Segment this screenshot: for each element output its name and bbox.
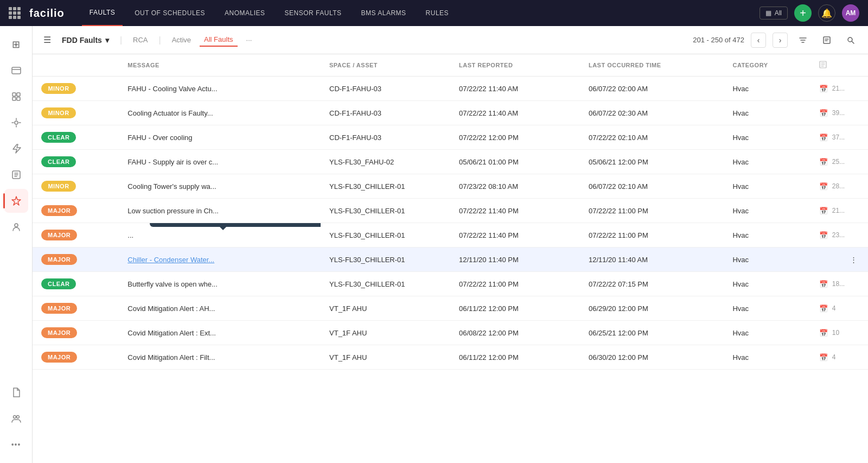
sidebar: ⊞ •••	[0, 26, 33, 463]
space-cell: VT_1F AHU	[321, 321, 450, 345]
severity-badge[interactable]: MINOR	[41, 107, 76, 118]
sidebar-team[interactable]	[4, 407, 28, 430]
severity-badge[interactable]: MAJOR	[41, 254, 77, 265]
message-cell: Chiller - Condenser Water Entering Tempe…	[119, 223, 321, 248]
category-cell: Hvac	[724, 125, 810, 150]
severity-badge[interactable]: CLEAR	[41, 156, 76, 167]
row-count: 28...	[832, 182, 845, 190]
severity-badge[interactable]: MAJOR	[41, 205, 77, 216]
last-reported-cell: 07/22/22 12:00 PM	[450, 125, 580, 150]
table-row: MAJORCovid Mitigation Alert : Filt...VT_…	[33, 345, 868, 370]
sidebar-energy[interactable]	[4, 137, 28, 161]
table-row: MAJORChiller - Condenser Water Entering …	[33, 223, 868, 248]
tab-active[interactable]: Active	[168, 34, 195, 46]
calendar-icon: 📅	[819, 231, 828, 239]
all-button[interactable]: ▦ All	[760, 7, 788, 20]
row-count: 25...	[832, 158, 845, 166]
space-cell: VT_1F AHU	[321, 345, 450, 370]
svg-rect-4	[17, 97, 20, 100]
all-label: All	[775, 9, 782, 17]
layout: ⊞ •••	[0, 26, 868, 463]
hamburger-icon[interactable]: ☰	[41, 33, 53, 47]
logo: facilio	[29, 7, 65, 20]
tooltip-container: Chiller - Condenser Water Entering Tempe…	[127, 231, 312, 239]
fdd-dropdown[interactable]: FDD Faults ▾	[58, 34, 113, 47]
svg-point-7	[15, 224, 18, 227]
severity-badge[interactable]: MAJOR	[41, 230, 77, 240]
sidebar-inbox[interactable]	[4, 59, 28, 83]
svg-rect-1	[12, 93, 16, 96]
nav-sensor-faults[interactable]: SENSOR FAULTS	[277, 0, 349, 26]
category-cell: Hvac	[724, 223, 810, 248]
col-header-occurred[interactable]: LAST OCCURRED TIME	[580, 54, 724, 77]
table-container: MESSAGE SPACE / ASSET LAST REPORTED LAST…	[33, 54, 868, 463]
pagination-prev[interactable]: ‹	[751, 33, 766, 48]
col-header-category[interactable]: CATEGORY	[724, 54, 810, 77]
message-cell: FAHU - Cooling Valve Actu...	[119, 77, 321, 101]
export-icon[interactable]	[818, 31, 835, 49]
category-cell: Hvac	[724, 248, 810, 272]
row-count: 37...	[832, 134, 845, 141]
fdd-dropdown-label: FDD Faults	[62, 36, 102, 45]
severity-badge[interactable]: MAJOR	[41, 327, 77, 338]
extra-cell: 📅28...	[810, 174, 868, 199]
chevron-down-icon: ▾	[105, 36, 109, 45]
space-cell: CD-F1-FAHU-03	[321, 77, 450, 101]
sidebar-faults[interactable]	[4, 189, 28, 213]
table-row: MAJORLow suction pressure in Ch...YLS-FL…	[33, 199, 868, 223]
last-reported-cell: 07/22/22 11:40 AM	[450, 101, 580, 125]
nav-bms-alarms[interactable]: BMS ALARMS	[354, 0, 414, 26]
sidebar-maintenance[interactable]	[4, 111, 28, 135]
col-header-reported[interactable]: LAST REPORTED	[450, 54, 580, 77]
nav-rules[interactable]: RULES	[418, 0, 457, 26]
nav-anomalies[interactable]: ANOMALIES	[217, 0, 273, 26]
nav-out-of-schedules[interactable]: OUT OF SCHEDULES	[127, 0, 213, 26]
message-text: ...	[127, 231, 133, 239]
message-cell: Chiller - Condenser Water...	[119, 248, 321, 272]
space-cell: YLS-FL30_FAHU-02	[321, 150, 450, 174]
tab-separator: |	[120, 35, 122, 45]
tab-rca[interactable]: RCA	[129, 34, 152, 46]
row-count: 23...	[832, 231, 845, 239]
grid-icon[interactable]	[9, 7, 21, 19]
table-row: MAJORCovid Mitigation Alert : Ext...VT_1…	[33, 321, 868, 345]
severity-badge[interactable]: CLEAR	[41, 278, 76, 289]
sidebar-reports[interactable]	[4, 163, 28, 187]
row-action: 📅37...	[819, 134, 859, 142]
search-icon[interactable]	[842, 31, 859, 49]
extra-cell: 📅21...	[810, 77, 868, 101]
row-action: 📅4	[819, 353, 859, 361]
severity-badge[interactable]: MINOR	[41, 83, 76, 94]
calendar-icon: 📅	[819, 353, 828, 361]
tab-more[interactable]: ···	[242, 34, 257, 46]
category-cell: Hvac	[724, 345, 810, 370]
sub-header: ☰ FDD Faults ▾ | RCA | Active All Faults…	[33, 26, 868, 54]
message-link[interactable]: Chiller - Condenser Water...	[127, 256, 214, 264]
notification-bell[interactable]: 🔔	[818, 4, 835, 22]
severity-badge[interactable]: MINOR	[41, 181, 76, 192]
row-more-button[interactable]: ⋮	[848, 255, 859, 265]
sidebar-inventory[interactable]	[4, 85, 28, 109]
sidebar-contacts[interactable]	[4, 215, 28, 239]
severity-badge[interactable]: MAJOR	[41, 352, 77, 363]
calendar-icon: 📅	[819, 85, 828, 93]
table-row: CLEARFAHU - Supply air is over c...YLS-F…	[33, 150, 868, 174]
sort-icon[interactable]	[794, 31, 812, 49]
last-occurred-cell: 07/22/22 02:10 AM	[580, 125, 724, 150]
nav-faults[interactable]: FAULTS	[82, 0, 123, 26]
add-button[interactable]: +	[794, 4, 812, 22]
severity-badge[interactable]: MAJOR	[41, 303, 77, 314]
severity-badge[interactable]: CLEAR	[41, 132, 76, 143]
tab-separator-2: |	[159, 35, 161, 45]
row-count: 39...	[832, 109, 845, 117]
last-reported-cell: 07/22/22 11:40 AM	[450, 77, 580, 101]
sidebar-home[interactable]: ⊞	[4, 33, 28, 56]
sidebar-more[interactable]: •••	[4, 433, 28, 456]
tab-all-faults[interactable]: All Faults	[200, 33, 237, 47]
col-header-message[interactable]: MESSAGE	[119, 54, 321, 77]
last-occurred-cell: 06/25/21 12:00 PM	[580, 321, 724, 345]
col-header-space[interactable]: SPACE / ASSET	[321, 54, 450, 77]
avatar[interactable]: AM	[842, 4, 859, 22]
pagination-next[interactable]: ›	[773, 33, 788, 48]
sidebar-docs[interactable]	[4, 380, 28, 404]
